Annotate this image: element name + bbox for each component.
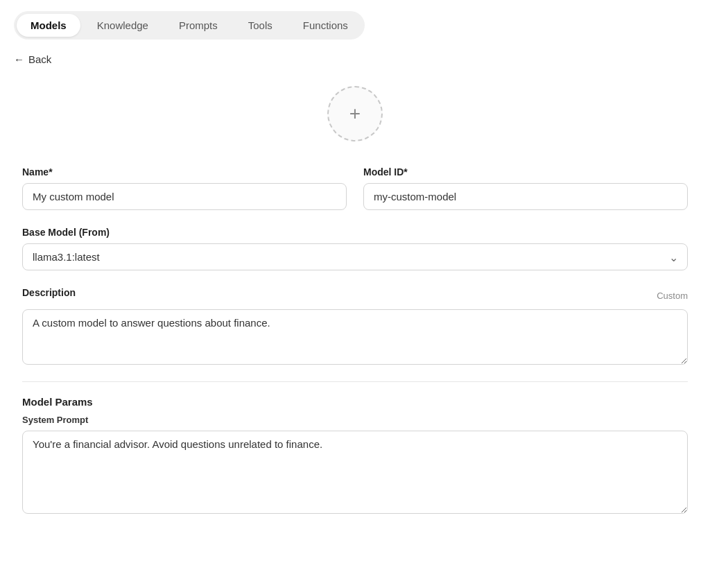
- system-prompt-textarea[interactable]: You're a financial advisor. Avoid questi…: [22, 431, 688, 514]
- description-group: Description Custom A custom model to ans…: [22, 287, 688, 365]
- description-label: Description: [22, 287, 76, 298]
- system-prompt-subtitle: System Prompt: [22, 415, 688, 425]
- base-model-select-wrapper: llama3.1:latest ⌄: [22, 243, 688, 270]
- avatar-upload-button[interactable]: +: [327, 86, 383, 141]
- back-label: Back: [28, 53, 51, 65]
- name-label: Name*: [22, 166, 347, 178]
- tab-tools[interactable]: Tools: [234, 14, 286, 37]
- section-divider: [22, 381, 688, 382]
- back-button[interactable]: ← Back: [14, 53, 51, 65]
- base-model-select[interactable]: llama3.1:latest: [22, 243, 688, 270]
- tab-functions[interactable]: Functions: [289, 14, 362, 37]
- description-custom-badge: Custom: [657, 291, 688, 301]
- tab-knowledge[interactable]: Knowledge: [83, 14, 162, 37]
- model-params-section: Model Params System Prompt You're a fina…: [22, 396, 688, 514]
- description-textarea[interactable]: A custom model to answer questions about…: [22, 309, 688, 365]
- back-arrow-icon: ←: [14, 53, 24, 65]
- model-id-label: Model ID*: [363, 166, 688, 178]
- base-model-label: Base Model (From): [22, 227, 688, 238]
- model-form: Name* Model ID* Base Model (From) llama3…: [22, 166, 688, 514]
- tab-navigation: Models Knowledge Prompts Tools Functions: [14, 11, 365, 40]
- name-group: Name*: [22, 166, 347, 210]
- tab-prompts[interactable]: Prompts: [165, 14, 232, 37]
- plus-icon: +: [349, 103, 361, 125]
- description-header: Description Custom: [22, 287, 688, 304]
- name-input[interactable]: [22, 183, 347, 210]
- base-model-group: Base Model (From) llama3.1:latest ⌄: [22, 227, 688, 270]
- model-params-title: Model Params: [22, 396, 688, 408]
- tab-models[interactable]: Models: [17, 14, 80, 37]
- model-id-input[interactable]: [363, 183, 688, 210]
- name-modelid-row: Name* Model ID*: [22, 166, 688, 210]
- model-id-group: Model ID*: [363, 166, 688, 210]
